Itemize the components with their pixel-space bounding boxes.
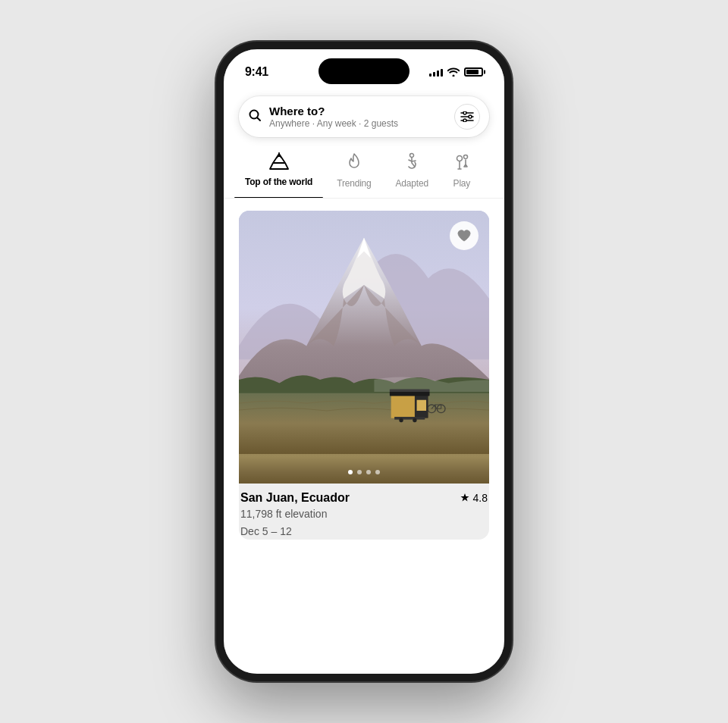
mountain-scene-svg [239,211,489,454]
carousel-dots [348,470,380,474]
signal-bar-4 [441,69,443,77]
svg-point-9 [457,156,462,161]
signal-bar-3 [437,70,439,77]
listing-rating: 4.8 [460,492,488,504]
tab-label-top-of-the-world: Top of the world [245,177,312,187]
phone-frame: 9:41 [216,42,512,681]
tab-play[interactable]: Play [442,148,482,198]
listing-title-row: San Juan, Ecuador 4.8 [240,491,488,505]
search-sub-text: Anywhere · Any week · 2 guests [269,118,447,129]
star-icon [460,493,470,503]
listing-location: San Juan, Ecuador [240,491,350,505]
filter-button[interactable] [454,104,480,130]
dynamic-island [318,58,410,84]
tab-label-adapted: Adapted [396,178,428,189]
wifi-icon [447,67,460,77]
battery-fill [466,70,479,74]
tab-top-of-the-world[interactable]: Top of the world [234,148,323,198]
search-text-group: Where to? Anywhere · Any week · 2 guests [269,105,447,129]
battery-icon [464,67,483,77]
search-main-text: Where to? [269,105,447,118]
signal-bar-1 [429,74,431,77]
signal-bar-2 [433,72,435,77]
search-bar[interactable]: Where to? Anywhere · Any week · 2 guests [239,96,489,137]
tab-trending[interactable]: Trending [326,148,381,198]
status-icons [429,67,483,77]
svg-point-18 [413,418,416,422]
status-time: 9:41 [245,65,268,79]
listing-info: San Juan, Ecuador 4.8 11,798 ft elevatio… [239,484,489,540]
svg-point-4 [463,111,466,114]
signal-bars-icon [429,67,443,77]
svg-point-6 [463,119,466,122]
svg-point-8 [410,154,414,158]
listing-image [239,211,489,484]
play-icon [453,152,471,175]
category-tabs: Top of the world Trending [224,148,504,199]
listing-card[interactable]: San Juan, Ecuador 4.8 11,798 ft elevatio… [239,211,489,540]
dot-3 [366,470,371,474]
dot-2 [357,470,362,474]
tab-adapted[interactable]: Adapted [385,148,439,198]
svg-rect-15 [417,400,426,411]
svg-rect-16 [394,417,425,420]
svg-point-17 [399,418,403,422]
listing-section: San Juan, Ecuador 4.8 11,798 ft elevatio… [224,199,504,540]
flame-icon [345,152,363,175]
dot-4 [375,470,380,474]
listing-elevation: 11,798 ft elevation [240,506,488,522]
tab-label-play: Play [453,178,471,189]
tab-label-trending: Trending [337,178,371,189]
search-icon [248,108,262,125]
svg-point-5 [469,115,472,118]
listing-dates: Dec 5 – 12 [240,524,488,540]
search-section: Where to? Anywhere · Any week · 2 guests [224,90,504,148]
accessible-icon [402,152,422,175]
mountain-icon [268,152,290,174]
dot-1 [348,470,353,474]
wishlist-button[interactable] [450,221,479,250]
svg-point-10 [463,155,467,159]
rating-value: 4.8 [473,492,488,504]
screen: 9:41 [224,49,504,674]
